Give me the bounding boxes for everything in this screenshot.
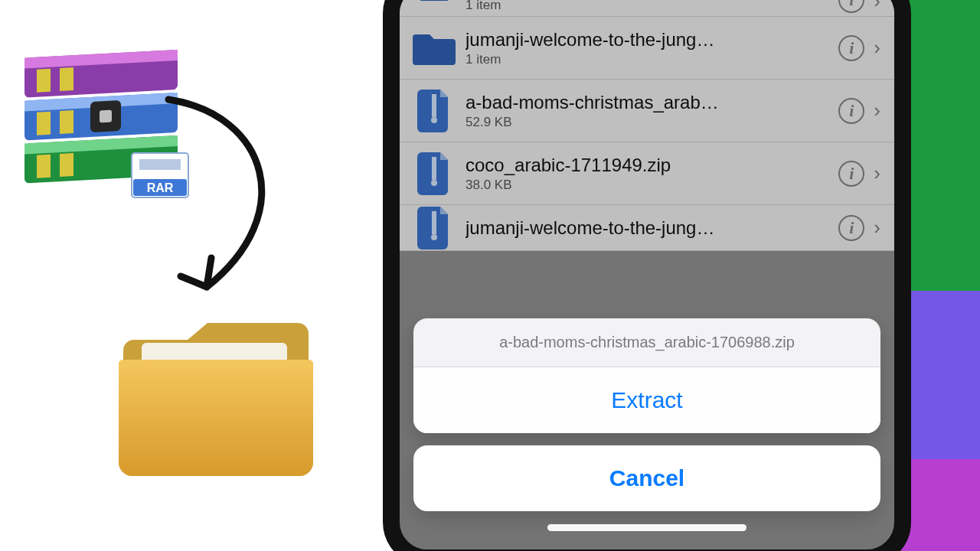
chevron-right-icon: ›: [874, 161, 880, 185]
svg-rect-18: [37, 155, 51, 178]
arrow-icon: [153, 92, 306, 321]
item-title: a-bad-moms-christmas_arab…: [466, 92, 838, 113]
item-subtitle: 52.9 KB: [466, 115, 838, 130]
svg-rect-8: [37, 69, 51, 93]
svg-rect-19: [60, 153, 74, 177]
folder-icon: [119, 306, 318, 482]
action-sheet-title: a-bad-moms-christmas_arabic-1706988.zip: [413, 318, 880, 367]
chevron-right-icon: ›: [874, 216, 880, 240]
list-item[interactable]: 1 item i ›: [400, 0, 894, 17]
action-sheet: a-bad-moms-christmas_arabic-1706988.zip …: [413, 318, 880, 511]
svg-rect-4: [432, 211, 436, 234]
zip-file-icon: [410, 87, 458, 135]
cancel-button[interactable]: Cancel: [413, 445, 880, 511]
svg-rect-9: [60, 67, 74, 91]
file-list: 1 item i › jumanji-welcome-to-the-jung… …: [400, 0, 894, 251]
svg-rect-15: [100, 110, 112, 123]
item-subtitle: 1 item: [466, 0, 838, 13]
home-indicator[interactable]: [547, 524, 746, 531]
info-icon[interactable]: i: [838, 215, 864, 241]
zip-file-icon: [410, 204, 458, 252]
illustration: RAR: [0, 38, 368, 513]
phone-frame: 1 item i › jumanji-welcome-to-the-jung… …: [383, 0, 911, 551]
info-icon[interactable]: i: [838, 161, 864, 187]
action-sheet-card: a-bad-moms-christmas_arabic-1706988.zip …: [413, 318, 880, 433]
svg-point-1: [431, 117, 437, 123]
info-icon[interactable]: i: [838, 98, 864, 124]
extract-button[interactable]: Extract: [413, 367, 880, 433]
chevron-right-icon: ›: [874, 0, 880, 13]
svg-rect-0: [432, 94, 436, 117]
list-item[interactable]: jumanji-welcome-to-the-jung… 1 item i ›: [400, 17, 894, 80]
item-title: jumanji-welcome-to-the-jung…: [466, 29, 838, 51]
svg-point-3: [431, 180, 437, 186]
info-icon[interactable]: i: [838, 35, 864, 61]
list-item[interactable]: coco_arabic-1711949.zip 38.0 KB i ›: [400, 142, 894, 205]
info-icon[interactable]: i: [838, 0, 864, 13]
folder-icon: [410, 24, 458, 72]
item-subtitle: 1 item: [466, 52, 838, 67]
svg-rect-12: [37, 112, 51, 135]
chevron-right-icon: ›: [874, 99, 880, 122]
svg-point-5: [431, 234, 437, 240]
svg-rect-2: [432, 157, 436, 180]
item-title: jumanji-welcome-to-the-jung…: [466, 217, 838, 239]
item-subtitle: 38.0 KB: [466, 178, 838, 193]
list-item[interactable]: jumanji-welcome-to-the-jung… i ›: [400, 205, 894, 251]
zip-file-icon: [410, 150, 458, 197]
list-item[interactable]: a-bad-moms-christmas_arab… 52.9 KB i ›: [400, 80, 894, 142]
item-title: coco_arabic-1711949.zip: [466, 155, 838, 176]
chevron-right-icon: ›: [874, 36, 880, 60]
svg-rect-13: [60, 110, 74, 134]
folder-icon: [410, 0, 458, 13]
